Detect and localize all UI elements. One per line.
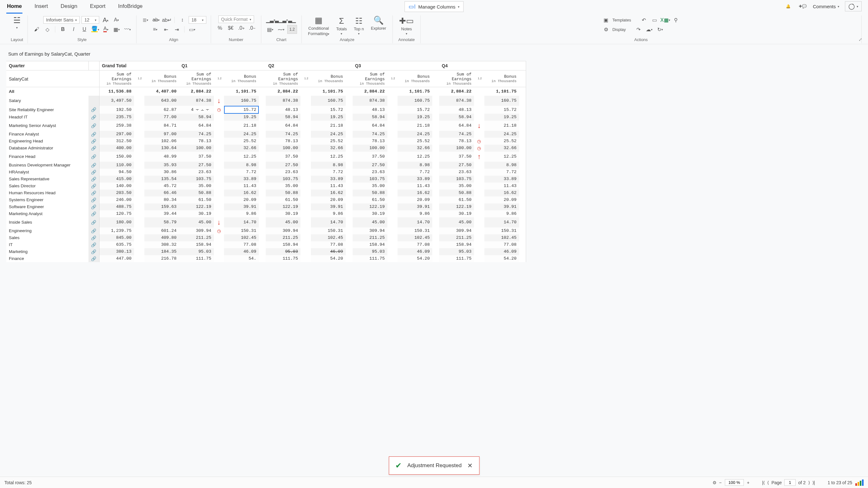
link-icon[interactable]: 🔗 (91, 205, 96, 209)
table-row[interactable]: Finance Analyst🔗297.0097.0074.2524.2574.… (6, 131, 526, 138)
display-button[interactable]: Display (612, 27, 626, 32)
link-icon[interactable]: 🔗 (91, 124, 96, 128)
decrease-font-icon[interactable]: A▾ (112, 15, 121, 24)
table-row[interactable]: Inside Sales🔗180.0058.7945.00↓14.7045.00… (6, 217, 526, 227)
excel-icon[interactable]: X▦▾ (661, 15, 670, 24)
quick-format-select[interactable]: Quick Format▾ (218, 15, 254, 23)
underline-button[interactable]: U (80, 25, 89, 34)
settings-gear-icon[interactable]: ⚙ (710, 478, 719, 487)
link-icon[interactable]: 🔗 (91, 198, 96, 202)
templates-button[interactable]: Templates (612, 18, 631, 23)
outdent-button[interactable]: ⇤ (161, 25, 170, 34)
conditional-formatting-button[interactable]: ▦ Conditional Formatting▾ (306, 15, 331, 36)
tab-design[interactable]: Design (60, 1, 78, 13)
page-input[interactable] (784, 479, 796, 486)
line-height-select[interactable]: 18▾ (189, 16, 206, 24)
chart-line-icon[interactable]: ⁓▾ (277, 25, 285, 34)
refresh-icon[interactable]: ↻▾ (656, 25, 664, 34)
bold-button[interactable]: B (58, 25, 67, 34)
tab-export[interactable]: Export (89, 1, 106, 13)
ribbon-expand-icon[interactable]: ⤢ (859, 37, 862, 42)
increase-decimal-button[interactable]: .0+ (237, 24, 246, 33)
notes-button[interactable]: ✚▭ Notes ▾ (397, 16, 416, 35)
table-row[interactable]: Marketing🔗380.13184.3595.0346.0995.0346.… (6, 248, 526, 255)
table-row[interactable]: Finance Head🔗150.0048.9937.5012.2537.501… (6, 152, 526, 162)
table-row[interactable]: Engineering Head🔗312.50102.0678.1325.527… (6, 138, 526, 145)
data-grid[interactable]: QuarterGrand TotalQ1Q2Q3Q4SalaryCatSum o… (6, 61, 526, 262)
table-row[interactable]: Systems Engineer🔗246.0080.3461.5020.0961… (6, 196, 526, 203)
totals-button[interactable]: Σ Totals ▾ (334, 16, 349, 35)
table-row[interactable]: Human Resources Head🔗203.5066.4650.8816.… (6, 190, 526, 196)
font-family-select[interactable]: Inforiver Sans▾ (43, 16, 80, 24)
table-row[interactable]: Finance🔗447.00216.78111.7554.111.7554.20… (6, 255, 526, 262)
table-row[interactable]: IT🔗635.75308.32158.9477.08158.9477.08158… (6, 241, 526, 248)
page-last-icon[interactable]: ⟩| (812, 480, 815, 485)
link-icon[interactable]: 🔗 (91, 236, 96, 240)
explorer-button[interactable]: 🔍 Explorer (369, 15, 388, 36)
table-row[interactable]: Engineering🔗1,239.75601.24309.94◷150.313… (6, 227, 526, 234)
layout-icon[interactable]: ☱ (13, 15, 21, 25)
redo-icon[interactable]: ↷ (634, 25, 643, 34)
user-menu[interactable]: ◯̀ ▾ (845, 1, 862, 11)
font-color-button[interactable]: A▾ (101, 25, 110, 34)
undo-icon[interactable]: ↶ (639, 15, 648, 24)
table-row[interactable]: Business Development Manager🔗110.0035.93… (6, 162, 526, 169)
table-row[interactable]: Sales Director🔗140.0045.7235.0011.4335.0… (6, 183, 526, 190)
style-more-icon[interactable]: 〰▾ (123, 25, 132, 34)
page-first-icon[interactable]: |⟨ (762, 480, 765, 485)
tab-insert[interactable]: Insert (34, 1, 49, 13)
top-n-button[interactable]: ☷ Top n ▾ (352, 16, 366, 35)
table-row[interactable]: Salary3,497.50643.00874.38↓160.75874.381… (6, 96, 526, 106)
link-icon[interactable]: 🔗 (91, 115, 96, 120)
page-next-icon[interactable]: ⟩ (808, 480, 810, 485)
rect-icon[interactable]: ▭ (650, 15, 659, 24)
halign-button[interactable]: ≡▾ (151, 25, 160, 34)
strike-button[interactable]: ab▾ (152, 15, 160, 24)
italic-button[interactable]: I (69, 25, 78, 34)
decrease-decimal-button[interactable]: .0− (248, 24, 256, 33)
link-icon[interactable]: 🔗 (91, 146, 96, 151)
display-gear-icon[interactable]: ⚙ (601, 25, 611, 34)
link-icon[interactable]: 🔗 (91, 132, 96, 137)
mini-chart-icon[interactable] (855, 480, 864, 486)
chart-combo-icon[interactable]: ▃▁ (287, 15, 297, 24)
link-icon[interactable]: 🔗 (91, 107, 96, 112)
link-icon[interactable]: 🔗 (91, 212, 96, 216)
table-row[interactable]: Headof IT🔗235.7577.0058.9419.2558.9419.2… (6, 114, 526, 121)
equalizer-icon[interactable]: ⫟⫠⫟ (194, 107, 211, 113)
borders-button[interactable]: ▦▾ (112, 25, 121, 34)
templates-icon[interactable]: ▣ (601, 15, 611, 24)
chart-stacked-icon[interactable]: ▤▾ (266, 25, 275, 34)
clear-format-icon[interactable]: ◇ (43, 25, 52, 34)
increase-font-icon[interactable]: A▴ (101, 15, 110, 24)
table-row[interactable]: Site Reliability Engineer🔗192.5062.874⫟⫠… (6, 106, 526, 114)
table-row[interactable]: Marketing Analyst🔗120.7539.4430.199.8630… (6, 210, 526, 217)
comments-button[interactable]: Comments ▾ (813, 4, 839, 9)
page-prev-icon[interactable]: ⟨ (767, 480, 769, 485)
wrap-button[interactable]: ab↵ (162, 15, 171, 24)
zoom-out-button[interactable]: − (719, 480, 721, 485)
link-icon[interactable]: 🔗 (91, 242, 96, 247)
table-row[interactable]: Marketing Senior Analyst🔗259.3884.7164.8… (6, 121, 526, 131)
filter-icon[interactable]: ⚲ (672, 15, 680, 24)
link-icon[interactable]: 🔗 (91, 257, 96, 261)
table-row[interactable]: Sales Representative🔗415.00135.54103.753… (6, 175, 526, 183)
table-row[interactable]: Database Administrator🔗400.00130.64100.0… (6, 145, 526, 152)
close-icon[interactable]: ✕ (467, 462, 473, 469)
fill-color-button[interactable]: 🪣▾ (91, 25, 99, 34)
link-icon[interactable]: 🔗 (91, 229, 96, 233)
table-row[interactable]: Software Engineer🔗488.75159.63122.1939.9… (6, 203, 526, 210)
link-icon[interactable]: 🔗 (91, 155, 96, 159)
manage-columns-button[interactable]: ▭⁞ Manage Columns ▾ (404, 1, 464, 12)
new-comment-icon[interactable]: ✚💬 (798, 2, 807, 11)
zoom-in-button[interactable]: + (747, 480, 749, 485)
line-height-button[interactable]: ↕ (178, 15, 187, 24)
link-icon[interactable]: 🔗 (91, 220, 96, 225)
tab-home[interactable]: Home (6, 1, 23, 13)
link-icon[interactable]: 🔗 (91, 177, 96, 182)
fit-button[interactable]: ▭▾ (188, 25, 196, 34)
table-row[interactable]: Sales🔗845.00409.80211.25102.45211.25102.… (6, 234, 526, 241)
percent-button[interactable]: % (216, 24, 224, 33)
format-painter-icon[interactable]: 🖌 (32, 25, 41, 34)
chart-waterfall-icon[interactable]: ▃▁▃▾ (277, 15, 286, 24)
